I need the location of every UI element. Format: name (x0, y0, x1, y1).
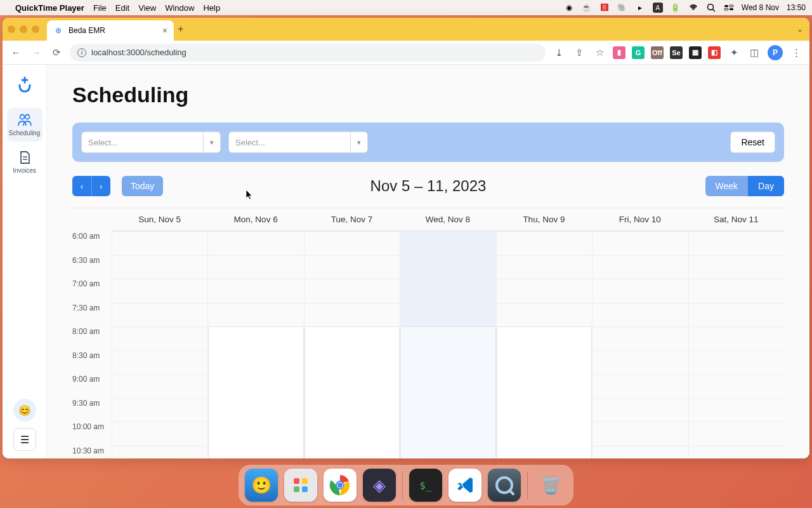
window-controls[interactable] (8, 25, 39, 33)
evernote-icon[interactable]: 🐘 (617, 3, 627, 13)
calendar-body[interactable]: 6:00 am 6:30 am 7:00 am 7:30 am 8:00 am … (72, 231, 784, 458)
time-label: 7:00 am (72, 279, 112, 303)
extensions-icon[interactable]: ✦ (727, 46, 741, 60)
battery-icon[interactable]: 🔋 (671, 3, 681, 13)
menubar-date[interactable]: Wed 8 Nov (742, 3, 779, 12)
svg-rect-12 (294, 486, 299, 492)
control-center-icon[interactable] (724, 3, 734, 13)
back-button[interactable]: ← (9, 46, 23, 60)
search-icon[interactable] (706, 3, 716, 13)
tabs-overflow-icon[interactable]: ⌄ (797, 25, 803, 34)
filter-bar: Select... ▾ Select... ▾ Reset (72, 123, 784, 162)
record-icon[interactable]: ◉ (564, 3, 574, 13)
tab-title: Beda EMR (69, 26, 105, 35)
notif-icon[interactable]: 🅱 (599, 3, 610, 13)
menubar-app-name[interactable]: QuickTime Player (15, 3, 84, 13)
dock-chrome-icon[interactable] (324, 469, 357, 502)
sidebar-label: Invoices (13, 167, 36, 174)
filter-select-1[interactable]: Select... ▾ (81, 131, 221, 153)
new-tab-button[interactable]: + (178, 23, 183, 35)
time-label: 6:00 am (72, 231, 112, 255)
menu-file[interactable]: File (93, 3, 107, 13)
chrome-menu-icon[interactable]: ⋮ (789, 46, 803, 60)
menu-window[interactable]: Window (165, 3, 194, 13)
ext-wallet-icon[interactable]: Off (651, 46, 664, 59)
availability-block[interactable] (208, 326, 303, 458)
tab-favicon-icon: ⊕ (53, 25, 63, 36)
browser-tab[interactable]: ⊕ Beda EMR × (47, 20, 174, 41)
dock-terminal-icon[interactable]: $_ (409, 469, 442, 502)
play-icon[interactable]: ▸ (635, 3, 645, 13)
menu-view[interactable]: View (138, 3, 156, 13)
prev-week-button[interactable]: ‹ (72, 176, 91, 196)
calendar-header-row: Sun, Nov 5 Mon, Nov 6 Tue, Nov 7 Wed, No… (72, 208, 784, 231)
macos-menubar: QuickTime Player File Edit View Window H… (0, 0, 812, 15)
day-view-button[interactable]: Day (748, 176, 784, 196)
dock-finder-icon[interactable]: 🙂 (245, 469, 278, 502)
sidebar-item-scheduling[interactable]: Scheduling (7, 108, 43, 142)
day-header: Tue, Nov 7 (304, 208, 400, 231)
browser-window: ⊕ Beda EMR × + ⌄ ← → ⟳ i localhost:3000/… (3, 18, 809, 458)
reload-button[interactable]: ⟳ (49, 46, 63, 60)
week-view-button[interactable]: Week (705, 176, 749, 196)
day-column-mon[interactable] (207, 231, 303, 458)
availability-block[interactable] (497, 326, 592, 458)
ext-code-icon[interactable]: ▦ (689, 46, 702, 59)
tab-close-icon[interactable]: × (162, 25, 167, 36)
sidebar-item-invoices[interactable]: Invoices (7, 145, 43, 179)
coffee-icon[interactable]: ☕ (582, 3, 592, 13)
time-label: 8:30 am (72, 351, 112, 375)
day-column-fri[interactable] (592, 231, 688, 458)
ext-grammarly-icon[interactable]: G (632, 46, 645, 59)
menubar-time[interactable]: 13:50 (787, 3, 806, 12)
svg-point-7 (25, 115, 29, 119)
menu-help[interactable]: Help (203, 3, 220, 13)
app-body: Scheduling Invoices 😊 ☰ Scheduling Selec… (3, 65, 809, 458)
main-content: Scheduling Select... ▾ Select... ▾ Reset… (47, 65, 809, 458)
filter-select-2[interactable]: Select... ▾ (228, 131, 368, 153)
svg-line-1 (712, 10, 715, 12)
select-placeholder: Select... (88, 138, 118, 147)
ext-se-icon[interactable]: Se (670, 46, 683, 59)
svg-point-6 (20, 115, 24, 119)
dock-obsidian-icon[interactable]: ◈ (363, 469, 396, 502)
wifi-icon[interactable] (688, 3, 698, 13)
day-column-sat[interactable] (688, 231, 784, 458)
time-label: 6:30 am (72, 255, 112, 279)
time-label: 10:00 am (72, 422, 112, 446)
day-column-wed[interactable] (400, 231, 495, 458)
chat-button[interactable]: 😊 (13, 399, 36, 422)
ext-red-icon[interactable]: ◧ (708, 46, 721, 59)
page-title: Scheduling (72, 83, 784, 107)
forward-button[interactable]: → (29, 46, 43, 60)
bookmark-icon[interactable]: ☆ (593, 46, 606, 60)
menu-edit[interactable]: Edit (115, 3, 129, 13)
site-info-icon[interactable]: i (77, 48, 86, 57)
profile-avatar[interactable]: P (768, 45, 783, 60)
install-app-icon[interactable]: ⤓ (552, 46, 566, 60)
day-column-sun[interactable] (112, 231, 207, 458)
time-label: 9:00 am (72, 374, 112, 398)
lang-icon[interactable]: A (653, 3, 663, 13)
sidepanel-icon[interactable]: ◫ (747, 46, 761, 60)
dock-trash-icon[interactable]: 🗑️ (534, 469, 567, 502)
ext-1-icon[interactable]: ▮ (613, 46, 625, 59)
reset-button[interactable]: Reset (730, 131, 775, 153)
day-header: Thu, Nov 9 (496, 208, 592, 231)
day-column-tue[interactable] (304, 231, 400, 458)
chevron-down-icon: ▾ (203, 132, 214, 152)
availability-block[interactable] (304, 326, 400, 458)
dock-vscode-icon[interactable] (449, 469, 481, 502)
today-button[interactable]: Today (122, 176, 163, 196)
sidebar-toggle-button[interactable]: ☰ (13, 428, 36, 451)
app-logo-icon[interactable] (13, 74, 36, 97)
availability-block[interactable] (400, 326, 495, 458)
next-week-button[interactable]: › (91, 176, 110, 196)
day-column-thu[interactable] (496, 231, 592, 458)
users-icon (17, 113, 32, 127)
day-header: Sun, Nov 5 (112, 208, 207, 231)
share-icon[interactable]: ⇪ (572, 46, 586, 60)
address-bar[interactable]: i localhost:3000/scheduling (70, 44, 546, 62)
dock-quicktime-icon[interactable] (488, 469, 521, 502)
dock-launchpad-icon[interactable] (284, 469, 317, 502)
